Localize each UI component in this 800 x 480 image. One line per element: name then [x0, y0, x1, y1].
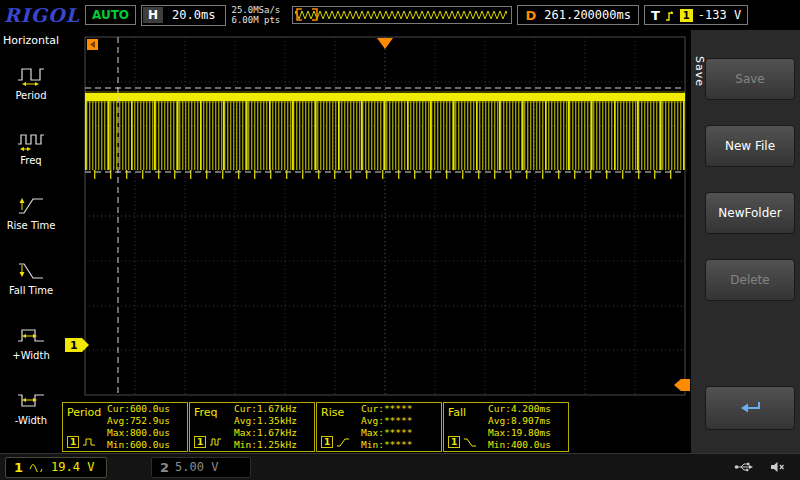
delay-label: D: [525, 8, 536, 23]
fall-time-icon: [16, 257, 46, 283]
acquisition-info: 25.0MSa/s 6.00M pts: [231, 5, 287, 25]
menu-item-freq[interactable]: Freq: [0, 114, 62, 179]
measurement-row: Period 1 Cur:600.0us Avg:752.9us Max:800…: [62, 402, 690, 453]
channel-1-status[interactable]: 1 19.4 V: [5, 457, 107, 478]
menu-item-fall-time[interactable]: Fall Time: [0, 244, 62, 309]
menu-item-label: -Width: [15, 415, 47, 426]
menu-item-label: Rise Time: [7, 220, 56, 231]
coupling-icon: [29, 462, 45, 472]
top-status-bar: RIGOL AUTO H 20.0ms 25.0MSa/s 6.00M pts …: [0, 0, 800, 30]
rise-time-icon: [16, 192, 46, 218]
statusbar-icons: [734, 461, 786, 473]
menu-item-minus-width[interactable]: -Width: [0, 374, 62, 439]
left-measure-menu: Horizontal Period Freq: [0, 30, 62, 453]
delay-value: 261.200000ms: [544, 8, 631, 22]
run-status-badge[interactable]: AUTO: [85, 5, 136, 25]
channel-number: 2: [160, 460, 169, 475]
measurement-freq: Freq 1 Cur:1.67kHz Avg:1.35kHz Max:1.67k…: [189, 402, 315, 452]
trigger-display[interactable]: T 1 -133 V: [644, 5, 748, 25]
channel-scale: 5.00 V: [175, 460, 218, 474]
timebase-display[interactable]: H 20.0ms: [141, 5, 226, 26]
freq-icon: [16, 127, 46, 153]
measurement-name: Rise: [321, 406, 359, 419]
softkey-new-file-button[interactable]: New File: [705, 125, 795, 167]
speaker-muted-icon: [770, 461, 786, 473]
trigger-label: T: [651, 8, 660, 23]
measurement-values: Cur:600.0us Avg:752.9us Max:800.0us Min:…: [105, 403, 187, 451]
measurement-values: Cur:4.200ms Avg:8.907ms Max:19.80ms Min:…: [486, 403, 568, 451]
softkey-new-folder-button[interactable]: NewFolder: [705, 192, 795, 234]
measurement-rise: Rise 1 Cur:***** Avg:***** Max:***** Min…: [316, 402, 442, 452]
waveform-overview[interactable]: [292, 6, 512, 24]
trigger-level-marker[interactable]: [674, 379, 690, 391]
channel-scale: 19.4 V: [51, 460, 94, 474]
right-softkey-menu: Save Save New File NewFolder Delete: [690, 30, 800, 453]
menu-item-period[interactable]: Period: [0, 49, 62, 114]
channel-badge: 1: [448, 436, 460, 448]
pulse-icon: [209, 437, 223, 447]
measurement-period: Period 1 Cur:600.0us Avg:752.9us Max:800…: [62, 402, 188, 452]
svg-text:1: 1: [70, 339, 78, 352]
measurement-fall: Fall 1 Cur:4.200ms Avg:8.907ms Max:19.80…: [443, 402, 569, 452]
channel-2-status[interactable]: 2 5.00 V: [151, 457, 251, 478]
menu-item-label: Freq: [20, 155, 41, 166]
display-canvas: 1: [62, 30, 690, 402]
measurement-name: Fall: [448, 406, 486, 419]
softkey-delete-button[interactable]: Delete: [705, 259, 795, 301]
left-menu-title: Horizontal: [0, 30, 62, 49]
fall-icon: [463, 437, 477, 447]
return-arrow-icon: [737, 399, 763, 417]
channel-status-bar: 1 19.4 V 2 5.00 V: [0, 453, 800, 480]
softkey-back-button[interactable]: [705, 386, 795, 430]
menu-item-label: Fall Time: [9, 285, 53, 296]
pulse-icon: [82, 437, 96, 447]
memory-depth: 6.00M pts: [231, 15, 287, 25]
measurement-name: Period: [67, 406, 105, 419]
rigol-logo: RIGOL: [4, 4, 80, 26]
channel-badge: 1: [321, 436, 333, 448]
trigger-level-value: -133 V: [698, 8, 741, 22]
channel1-waveform: [85, 91, 685, 179]
usb-icon: [734, 461, 754, 473]
softkey-save-button[interactable]: Save: [705, 58, 795, 100]
delay-display[interactable]: D 261.200000ms: [517, 5, 639, 25]
plus-width-icon: [16, 322, 46, 348]
waveform-preview-icon: [293, 7, 511, 23]
measurement-name: Freq: [194, 406, 232, 419]
menu-item-label: +Width: [12, 350, 49, 361]
menu-item-plus-width[interactable]: +Width: [0, 309, 62, 374]
trigger-slope-icon: [665, 9, 675, 22]
trigger-position-marker[interactable]: [377, 38, 393, 49]
menu-item-rise-time[interactable]: Rise Time: [0, 179, 62, 244]
waveform-display: 1: [62, 30, 690, 402]
channel-badge: 1: [67, 436, 79, 448]
measurement-values: Cur:1.67kHz Avg:1.35kHz Max:1.67kHz Min:…: [232, 403, 314, 451]
measurement-values: Cur:***** Avg:***** Max:***** Min:*****: [359, 403, 441, 451]
channel-badge: 1: [194, 436, 206, 448]
timebase-value: 20.0ms: [163, 8, 224, 22]
sample-rate: 25.0MSa/s: [231, 5, 287, 15]
rise-icon: [336, 437, 350, 447]
timebase-label: H: [143, 7, 163, 23]
graticule-center-axes: [85, 37, 685, 395]
period-icon: [16, 62, 46, 88]
oscilloscope-ui: RIGOL AUTO H 20.0ms 25.0MSa/s 6.00M pts …: [0, 0, 800, 480]
menu-item-label: Period: [15, 90, 46, 101]
minus-width-icon: [16, 387, 46, 413]
trigger-offscreen-marker: [87, 39, 98, 50]
channel-number: 1: [14, 460, 23, 475]
trigger-source-badge: 1: [680, 9, 693, 22]
